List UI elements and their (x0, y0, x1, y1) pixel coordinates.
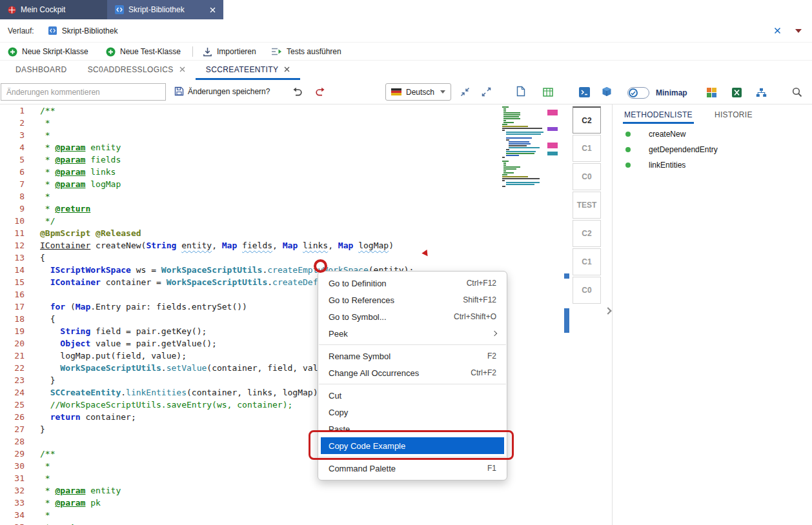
menu-item-go-to-definition[interactable]: Go to DefinitionCtrl+F12 (318, 275, 507, 292)
code-line[interactable]: */ (40, 215, 563, 227)
script-console-button[interactable] (579, 87, 590, 97)
code-token: . (267, 277, 272, 287)
editor-tab-sc0addresslogics[interactable]: SC0ADDRESSLOGICS (77, 61, 196, 80)
menu-item-change-all-occurrences[interactable]: Change All OccurrencesCtrl+F2 (318, 364, 507, 381)
code-line[interactable]: IContainer createNew(String entity, Map … (40, 239, 563, 252)
menu-item-go-to-references[interactable]: Go to ReferencesShift+F12 (318, 292, 507, 308)
table-view-button[interactable] (543, 88, 553, 97)
menu-item-paste[interactable]: Paste (318, 421, 507, 437)
menu-item-command-palette[interactable]: Command PaletteF1 (318, 460, 507, 477)
close-history-icon[interactable] (774, 27, 781, 34)
code-line[interactable]: * (40, 117, 563, 129)
window-tab-skript-bibliothek[interactable]: Skript-Bibliothek (107, 0, 223, 19)
new-script-class-button[interactable]: Neue Skript-Klasse (8, 43, 88, 61)
code-token: * (40, 498, 55, 508)
menu-item-copy[interactable]: Copy (318, 404, 507, 421)
code-line[interactable]: * @param entity (40, 484, 563, 497)
run-tests-button[interactable]: Tests ausführen (271, 43, 341, 61)
excel-export-button[interactable] (732, 88, 742, 97)
strip-tab-c1-6[interactable]: C1 (573, 248, 601, 275)
code-line[interactable]: /** (40, 104, 563, 117)
minimap-toggle[interactable] (627, 87, 649, 99)
line-number: 7 (0, 178, 25, 190)
code-line[interactable]: * @param entity (40, 141, 563, 154)
code-line[interactable]: * @return (40, 521, 563, 525)
german-flag-icon (391, 88, 401, 95)
code-token: * (40, 486, 55, 495)
line-number: 13 (0, 252, 25, 264)
menu-item-shortcut: F1 (487, 464, 496, 473)
chevron-right-icon[interactable] (604, 307, 611, 314)
code-token: WorkSpaceScriptUtils (167, 277, 268, 287)
minimap-line (502, 164, 560, 166)
minimap-line (502, 124, 560, 125)
code-line[interactable]: * (40, 190, 563, 203)
code-token: */ (40, 216, 55, 226)
minimap-line (502, 159, 560, 160)
method-item-getdependendentry[interactable]: getDependendEntry (613, 142, 812, 157)
close-tab-icon[interactable] (284, 66, 290, 72)
collapse-editor-button[interactable] (460, 87, 470, 97)
menu-item-peek[interactable]: Peek (318, 325, 507, 342)
package-button[interactable] (602, 86, 612, 97)
code-token (40, 302, 50, 312)
line-number: 5 (0, 154, 25, 166)
code-token: * (40, 130, 50, 140)
strip-tab-c0-3[interactable]: C0 (573, 163, 601, 190)
right-panel: METHODENLISTE HISTORIE createNewgetDepen… (612, 104, 812, 525)
tab-methodenliste[interactable]: METHODENLISTE (623, 107, 694, 124)
tab-historie[interactable]: HISTORIE (713, 107, 754, 124)
export-document-button[interactable] (516, 86, 525, 97)
menu-item-cut[interactable]: Cut (318, 387, 507, 404)
color-grid-button[interactable] (707, 88, 716, 97)
menu-item-label: Go to References (329, 295, 394, 305)
import-button[interactable]: Importieren (203, 43, 256, 61)
language-select[interactable]: Deutsch (385, 83, 451, 101)
undo-button[interactable] (292, 87, 303, 97)
expand-editor-button[interactable] (482, 87, 491, 97)
collapse-diagonal-icon (460, 87, 470, 97)
strip-tab-c2-1[interactable]: C2 (573, 106, 601, 134)
strip-tab-c1-2[interactable]: C1 (573, 135, 601, 162)
window-tab-mein-cockpit[interactable]: Mein Cockpit (0, 0, 107, 19)
comment-input[interactable] (1, 83, 166, 101)
redo-button[interactable] (315, 87, 326, 97)
code-line[interactable]: * @param pk (40, 497, 563, 509)
strip-tab-c2-5[interactable]: C2 (573, 220, 601, 247)
code-token: IContainer (40, 241, 90, 250)
code-line[interactable]: * (40, 509, 563, 521)
code-line[interactable]: * @param fields (40, 154, 563, 166)
code-line[interactable]: * @return (40, 203, 563, 215)
menu-item-rename-symbol[interactable]: Rename SymbolF2 (318, 348, 507, 364)
menu-item-label: Change All Occurrences (329, 368, 419, 378)
minimap[interactable] (502, 106, 560, 192)
method-item-linkentities[interactable]: linkEntities (613, 157, 812, 173)
save-changes-button[interactable]: Änderungen speichern? (174, 86, 270, 96)
method-item-createnew[interactable]: createNew (613, 126, 812, 142)
close-tab-icon[interactable] (210, 7, 216, 13)
editor-tab-dashboard[interactable]: DASHBOARD (5, 61, 77, 80)
minimap-line (502, 132, 560, 133)
new-test-class-button[interactable]: Neue Test-Klasse (106, 43, 181, 61)
scrollbar-thumb[interactable] (564, 308, 569, 333)
history-item[interactable]: Skript-Bibliothek (62, 26, 118, 35)
plus-circle-icon (8, 47, 17, 57)
menu-item-go-to-symbol[interactable]: Go to Symbol...Ctrl+Shift+O (318, 308, 507, 325)
code-line[interactable]: * (40, 129, 563, 141)
code-line[interactable]: @BpmScript @Released (40, 227, 563, 239)
line-number: 35 (0, 521, 25, 525)
inspect-button[interactable] (792, 87, 802, 97)
code-line[interactable]: * @param links (40, 166, 563, 178)
hierarchy-button[interactable] (756, 88, 767, 97)
history-dropdown-icon[interactable] (795, 29, 802, 33)
menu-item-copy-code-example[interactable]: Copy Code Example (321, 437, 504, 454)
strip-tab-c0-7[interactable]: C0 (573, 277, 601, 304)
code-line[interactable]: * @param logMap (40, 178, 563, 190)
code-token (40, 339, 60, 348)
editor-tab-sccreateentity[interactable]: SCCREATEENTITY (196, 61, 301, 80)
code-token: container; (81, 412, 136, 422)
line-number: 28 (0, 435, 25, 448)
code-line[interactable]: { (40, 252, 563, 264)
close-tab-icon[interactable] (179, 66, 185, 72)
strip-tab-test-4[interactable]: TEST (573, 192, 601, 219)
